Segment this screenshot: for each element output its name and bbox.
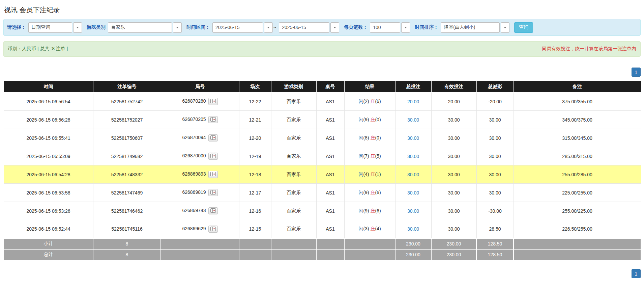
total-bet-link[interactable]: 30.00	[407, 154, 419, 159]
cell-payout: 30.00	[476, 184, 514, 202]
round-number: 626870280	[182, 98, 206, 104]
cell-round: 626869893	[161, 165, 239, 184]
cell-table-no: AS1	[316, 129, 344, 147]
round-number: 626869629	[182, 226, 206, 231]
cell-valid-bet: 20.00	[431, 93, 476, 111]
cell-total-bet: 20.00	[395, 93, 431, 111]
view-round-button[interactable]	[208, 153, 218, 160]
cell-valid-bet: 30.00	[431, 147, 476, 165]
sort-order-input[interactable]	[441, 22, 500, 33]
cell-time: 2025-06-15 06:55:09	[4, 147, 93, 165]
total-valid-bet: 230.00	[431, 249, 476, 260]
cell-result: 闲(9) 庄(6)	[344, 202, 395, 220]
view-round-button[interactable]	[208, 171, 218, 178]
player-result: 闲	[358, 99, 363, 104]
total-bet-link[interactable]: 30.00	[407, 208, 419, 214]
round-number: 626870094	[182, 135, 206, 140]
banker-result: 庄	[370, 135, 375, 140]
view-round-button[interactable]	[208, 98, 218, 105]
round-number: 626870205	[182, 116, 206, 122]
cell-game-type: 百家乐	[271, 147, 316, 165]
cell-valid-bet: 30.00	[431, 202, 476, 220]
total-bet-link[interactable]: 30.00	[407, 226, 419, 232]
total-bet-link[interactable]: 30.00	[407, 117, 419, 123]
cell-table-no: AS1	[316, 184, 344, 202]
sort-order-dropdown-button[interactable]	[501, 22, 509, 33]
cell-round: 626870000	[161, 147, 239, 165]
view-round-button[interactable]	[208, 189, 218, 196]
cell-table-no: AS1	[316, 111, 344, 129]
pagination-bottom: 1	[3, 269, 641, 278]
subtotal-row: 小计 8 230.00 230.00 128.50	[4, 238, 641, 249]
subtotal-count: 8	[93, 238, 161, 249]
cell-payout: 30.00	[476, 147, 514, 165]
view-round-button[interactable]	[208, 226, 218, 233]
sort-order-group: 时间排序：	[415, 22, 509, 33]
query-type-input[interactable]	[28, 22, 72, 33]
game-type-dropdown-button[interactable]	[173, 22, 182, 33]
cell-table-no: AS1	[316, 93, 344, 111]
cell-round: 626869629	[161, 220, 239, 238]
cell-game-type: 百家乐	[271, 165, 316, 184]
cell-payout: 30.00	[476, 129, 514, 147]
roadmap-icon	[210, 190, 216, 195]
banker-result: 庄	[370, 190, 375, 195]
cell-result: 闲(8) 庄(0)	[344, 129, 395, 147]
total-count: 8	[93, 249, 161, 260]
table-row: 2025-06-15 06:53:26522581746462626869743…	[4, 202, 641, 220]
total-bet-link[interactable]: 30.00	[407, 190, 419, 196]
page-button-1[interactable]: 1	[632, 269, 641, 278]
page-size-input[interactable]	[370, 22, 400, 33]
cell-table-no: AS1	[316, 220, 344, 238]
column-header: 桌号	[316, 81, 344, 93]
cell-time: 2025-06-15 06:52:44	[4, 220, 93, 238]
search-button[interactable]: 查询	[514, 22, 533, 33]
table-row: 2025-06-15 06:53:58522581747469626869819…	[4, 184, 641, 202]
page-button-1[interactable]: 1	[632, 68, 641, 77]
cell-total-bet: 30.00	[395, 165, 431, 184]
total-payout: 128.50	[476, 249, 514, 260]
cell-table-no: AS1	[316, 147, 344, 165]
caret-down-icon	[267, 27, 270, 28]
currency-summary: 币别：人民币 | 总共 :8 注单 |	[8, 46, 68, 52]
date-to-input[interactable]	[279, 22, 329, 33]
view-round-button[interactable]	[208, 116, 218, 123]
player-result: 闲	[358, 135, 363, 140]
view-round-button[interactable]	[208, 207, 218, 214]
total-bet-link[interactable]: 30.00	[407, 172, 419, 177]
game-type-label: 游戏类别	[87, 24, 106, 30]
date-to-dropdown-button[interactable]	[330, 22, 339, 33]
total-label: 总计	[4, 249, 93, 260]
cell-game-type: 百家乐	[271, 129, 316, 147]
page-size-dropdown-button[interactable]	[401, 22, 410, 33]
banker-result: 庄	[370, 172, 375, 177]
caret-down-icon	[176, 27, 179, 28]
cell-valid-bet: 30.00	[431, 129, 476, 147]
cell-session: 12-18	[239, 165, 271, 184]
cell-session: 12-17	[239, 184, 271, 202]
date-from-dropdown-button[interactable]	[264, 22, 273, 33]
cell-result: 闲(3) 庄(4)	[344, 220, 395, 238]
cell-remark: 345.00/375.00	[514, 111, 641, 129]
game-type-input[interactable]	[108, 22, 172, 33]
filter-bar: 请选择： 游戏类别 时间区间： ~	[3, 19, 641, 36]
view-round-button[interactable]	[208, 134, 218, 141]
cell-session: 12-16	[239, 202, 271, 220]
cell-total-bet: 30.00	[395, 129, 431, 147]
cell-round: 626870280	[161, 93, 239, 111]
total-bet-link[interactable]: 30.00	[407, 135, 419, 141]
page-size-group: 每页笔数：	[344, 22, 410, 33]
total-row: 总计 8 230.00 230.00 128.50	[4, 249, 641, 260]
query-type-dropdown-button[interactable]	[73, 22, 82, 33]
cell-payout: 28.50	[476, 220, 514, 238]
cell-time: 2025-06-15 06:53:26	[4, 202, 93, 220]
total-bet-link[interactable]: 20.00	[407, 99, 419, 104]
round-number: 626869743	[182, 208, 206, 213]
column-header: 注单编号	[93, 81, 161, 93]
roadmap-icon	[210, 227, 216, 231]
cell-time: 2025-06-15 06:55:41	[4, 129, 93, 147]
date-from-input[interactable]	[212, 22, 263, 33]
table-row: 2025-06-15 06:55:41522581750607626870094…	[4, 129, 641, 147]
cell-session: 12-21	[239, 111, 271, 129]
column-header: 备注	[514, 81, 641, 93]
